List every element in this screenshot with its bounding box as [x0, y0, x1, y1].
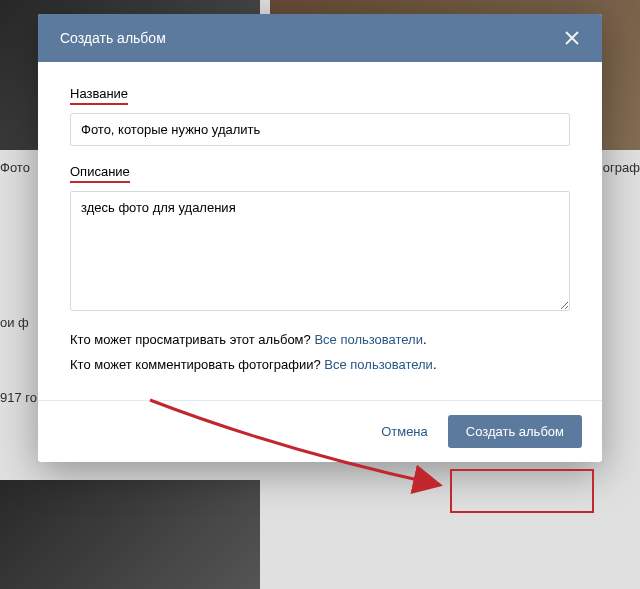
modal-body: Название Описание Кто может просматриват…	[38, 62, 602, 400]
dot: .	[433, 357, 437, 372]
desc-label: Описание	[70, 164, 130, 183]
privacy-view-line: Кто может просматривать этот альбом? Все…	[70, 332, 570, 347]
modal-header: Создать альбом	[38, 14, 602, 62]
create-album-button[interactable]: Создать альбом	[448, 415, 582, 448]
close-icon	[564, 30, 580, 46]
album-name-input[interactable]	[70, 113, 570, 146]
modal-title: Создать альбом	[60, 30, 166, 46]
album-desc-textarea[interactable]	[70, 191, 570, 311]
modal-footer: Отмена Создать альбом	[38, 400, 602, 462]
privacy-comment-line: Кто может комментировать фотографии? Все…	[70, 357, 570, 372]
name-field-block: Название	[70, 86, 570, 146]
create-album-modal: Создать альбом Название Описание Кто мож…	[38, 14, 602, 462]
privacy-view-link[interactable]: Все пользователи	[314, 332, 423, 347]
privacy-comment-question: Кто может комментировать фотографии?	[70, 357, 324, 372]
close-button[interactable]	[560, 26, 584, 50]
privacy-comment-link[interactable]: Все пользователи	[324, 357, 433, 372]
name-label: Название	[70, 86, 128, 105]
privacy-view-question: Кто может просматривать этот альбом?	[70, 332, 314, 347]
dot: .	[423, 332, 427, 347]
cancel-button[interactable]: Отмена	[375, 416, 434, 447]
desc-field-block: Описание	[70, 164, 570, 314]
